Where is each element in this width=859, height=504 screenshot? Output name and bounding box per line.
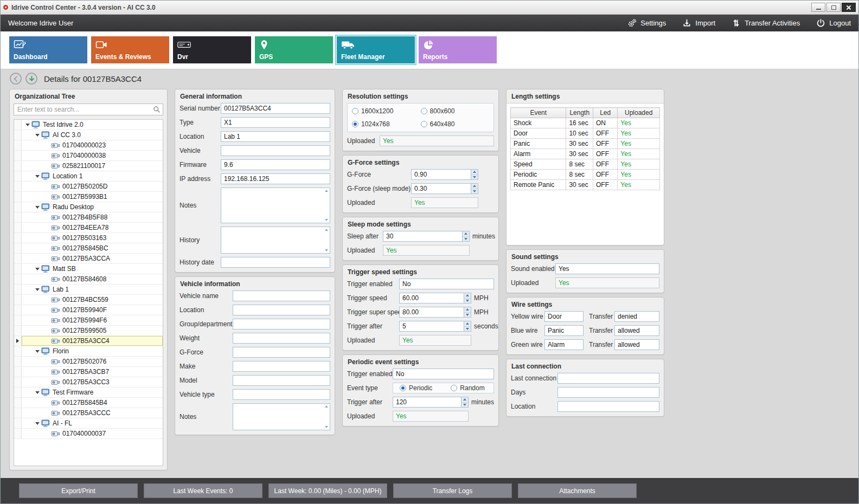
tree-node-00127b5a3ccc[interactable]: 00127B5A3CCC <box>14 408 163 418</box>
tree-node-ai-cc-3-0[interactable]: AI CC 3.0 <box>14 130 163 140</box>
transfer-logs-button[interactable]: Transfer Logs <box>393 483 512 498</box>
length-row-periodic[interactable]: Periodic8 secOFFYes <box>511 170 660 180</box>
settings-button[interactable]: Settings <box>627 18 666 28</box>
spin-up-button[interactable] <box>461 397 468 403</box>
back-button[interactable] <box>10 73 22 85</box>
tree-node-00127b5a3cc4[interactable]: 00127B5A3CC4 <box>14 336 163 346</box>
tree-node-00127b5845bc[interactable]: 00127B5845BC <box>14 243 163 254</box>
maximize-button[interactable] <box>826 3 841 12</box>
spin-down-button[interactable] <box>464 313 471 318</box>
tab-dvr[interactable]: Dvr <box>173 36 251 63</box>
trigger-enabled-input[interactable] <box>399 279 494 289</box>
tab-reports[interactable]: Reports <box>419 36 497 63</box>
expander-icon[interactable] <box>34 175 41 178</box>
history-textarea[interactable] <box>221 227 330 254</box>
location-input[interactable] <box>557 401 659 412</box>
location-input[interactable] <box>221 131 330 142</box>
tree-node-00127b59940f[interactable]: 00127B59940F <box>14 305 163 315</box>
vehicle-name-input[interactable] <box>233 290 330 301</box>
expander-icon[interactable] <box>34 268 41 270</box>
length-row-door[interactable]: Door10 secOFFYes <box>511 128 660 139</box>
firmware-input[interactable] <box>221 159 330 170</box>
transfer-activities-button[interactable]: Transfer Activities <box>732 18 800 28</box>
tree-node-matt-sb[interactable]: Matt SB <box>14 264 163 274</box>
tree-node-00127b584608[interactable]: 00127B584608 <box>14 274 163 285</box>
import-button[interactable]: Import <box>682 18 715 28</box>
length-row-speed[interactable]: Speed8 secOFFYes <box>511 159 660 170</box>
make-input[interactable] <box>233 361 330 372</box>
green-wire-transfer-input[interactable] <box>614 339 659 350</box>
attachments-button[interactable]: Attachments <box>518 483 637 498</box>
tree-node-017040000037[interactable]: 017040000037 <box>14 429 163 439</box>
sleep-after-input[interactable] <box>383 231 470 242</box>
close-button[interactable] <box>842 3 856 12</box>
spin-down-button[interactable] <box>464 299 471 303</box>
green-wire-input[interactable] <box>544 339 584 350</box>
expander-icon[interactable] <box>24 124 31 126</box>
trigger-enabled-input[interactable] <box>393 369 494 379</box>
trigger-after-input[interactable] <box>399 321 471 332</box>
yellow-wire-input[interactable] <box>544 311 584 322</box>
g-force-sleep-mode-input[interactable] <box>411 183 478 194</box>
blue-wire-input[interactable] <box>544 325 584 336</box>
tree-node-test-idrive-2-0[interactable]: Test Idrive 2.0 <box>14 120 163 130</box>
tree-node-00127b503163[interactable]: 00127B503163 <box>14 233 163 243</box>
type-input[interactable] <box>221 117 330 128</box>
length-row-remote-panic[interactable]: Remote Panic30 secOFFYes <box>511 180 660 190</box>
spin-down-button[interactable] <box>461 403 468 408</box>
expander-icon[interactable] <box>34 134 41 137</box>
expander-icon[interactable] <box>34 350 41 353</box>
vehicle-input[interactable] <box>221 145 330 156</box>
expander-icon[interactable] <box>34 422 41 425</box>
trigger-after-input[interactable] <box>393 397 469 408</box>
expander-icon[interactable] <box>34 206 41 209</box>
notes-textarea[interactable] <box>233 403 330 430</box>
trigger-super-speed-input[interactable] <box>399 307 471 318</box>
last-connection-input[interactable] <box>557 373 659 384</box>
spin-up-button[interactable] <box>463 231 469 237</box>
logout-button[interactable]: Logout <box>816 18 851 28</box>
tree-node-test-firmware[interactable]: Test Firmware <box>14 387 163 398</box>
expander-icon[interactable] <box>34 391 41 394</box>
tree-node-00127b599505[interactable]: 00127B599505 <box>14 326 163 336</box>
vehicle-type-input[interactable] <box>233 389 330 400</box>
length-row-alarm[interactable]: Alarm30 secOFFYes <box>511 149 660 159</box>
spin-up-button[interactable] <box>464 293 471 299</box>
tree-node-00127b50205d[interactable]: 00127B50205D <box>14 182 163 192</box>
last-week-0-00-miles-0-00-mph-button[interactable]: Last Week: 0.00 (Miles) - 0.00 (MPH) <box>268 483 387 498</box>
tree-node-00127b5993b1[interactable]: 00127B5993B1 <box>14 192 163 202</box>
spin-down-button[interactable] <box>471 189 478 194</box>
tab-dashboard[interactable]: Dashboard <box>9 36 87 63</box>
tree-node-location-1[interactable]: Location 1 <box>14 171 163 182</box>
weight-input[interactable] <box>233 333 330 344</box>
notes-textarea[interactable] <box>221 188 330 223</box>
model-input[interactable] <box>233 375 330 386</box>
tree-search-input[interactable] <box>14 104 163 115</box>
length-row-shock[interactable]: Shock16 secONYes <box>511 118 660 128</box>
tree-node-lab-1[interactable]: Lab 1 <box>14 285 163 295</box>
ip-address-input[interactable] <box>221 173 330 184</box>
g-force-input[interactable] <box>411 169 478 180</box>
spin-up-button[interactable] <box>471 170 478 175</box>
days-input[interactable] <box>557 387 659 398</box>
minimize-button[interactable] <box>811 3 825 12</box>
radio-1600x1200[interactable]: 1600x1200 <box>352 107 421 115</box>
tree-node-00127b4b5f88[interactable]: 00127B4B5F88 <box>14 212 163 223</box>
length-col-event[interactable]: Event <box>511 108 566 118</box>
length-col-led[interactable]: Led <box>593 108 618 118</box>
blue-wire-transfer-input[interactable] <box>614 325 659 336</box>
spin-up-button[interactable] <box>464 307 471 313</box>
tree-node-00127b5a3cc3[interactable]: 00127B5A3CC3 <box>14 377 163 387</box>
tree-node-florin[interactable]: Florin <box>14 346 163 357</box>
export-print-button[interactable]: Export/Print <box>19 483 138 498</box>
length-col-length[interactable]: Length <box>566 108 593 118</box>
yellow-wire-transfer-input[interactable] <box>614 311 659 322</box>
spin-down-button[interactable] <box>464 327 471 332</box>
radio-periodic[interactable]: Periodic <box>400 384 432 392</box>
radio-640x480[interactable]: 640x480 <box>421 120 490 128</box>
spin-up-button[interactable] <box>464 321 471 327</box>
radio-800x600[interactable]: 800x600 <box>421 107 490 115</box>
spin-up-button[interactable] <box>471 184 478 189</box>
g-force-input[interactable] <box>233 347 330 358</box>
serial-number-input[interactable] <box>221 103 330 114</box>
